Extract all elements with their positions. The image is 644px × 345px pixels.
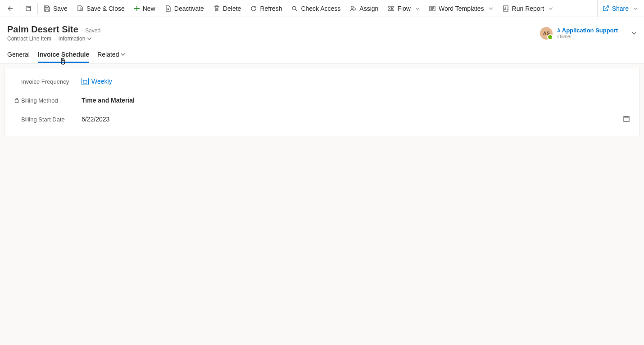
billing-method-value-cell: Time and Material — [82, 97, 617, 104]
share-group: Share — [597, 0, 642, 17]
word-templates-button[interactable]: Word Templates — [424, 0, 498, 17]
page-title: Palm Desert Site — [7, 24, 78, 35]
avatar: AS — [540, 27, 553, 40]
tab-invoice-schedule[interactable]: Invoice Schedule — [38, 45, 89, 63]
main-area: Invoice Frequency Weekly Billing Method — [0, 63, 644, 141]
svg-rect-6 — [624, 116, 629, 121]
save-label: Save — [53, 5, 68, 12]
share-icon — [602, 5, 609, 12]
deactivate-label: Deactivate — [174, 5, 204, 12]
invoice-frequency-value-cell[interactable]: Weekly — [82, 78, 617, 85]
back-arrow-icon — [6, 5, 14, 12]
tab-related-label: Related — [97, 51, 119, 58]
billing-method-label: Billing Method — [21, 97, 58, 104]
trash-icon — [213, 5, 220, 12]
save-close-icon — [77, 5, 84, 12]
owner-block[interactable]: AS # Application Support Owner — [540, 24, 637, 42]
tab-bar: General Invoice Schedule Related — [0, 45, 644, 63]
delete-label: Delete — [223, 5, 241, 12]
billing-start-date-label: Billing Start Date — [21, 116, 65, 123]
breadcrumb-separator: · — [54, 36, 55, 42]
back-button[interactable] — [2, 0, 18, 17]
calendar-icon[interactable] — [623, 115, 630, 124]
check-access-label: Check Access — [301, 5, 340, 12]
svg-point-2 — [351, 6, 354, 8]
form-selector-label: Information — [58, 36, 85, 42]
save-button[interactable]: Save — [39, 0, 72, 17]
billing-start-date-value: 6/22/2023 — [82, 116, 109, 123]
flow-icon — [387, 5, 395, 12]
svg-point-1 — [292, 6, 296, 10]
invoice-frequency-lookup[interactable]: Weekly — [82, 78, 112, 85]
lock-icon — [14, 98, 19, 103]
chevron-down-icon — [87, 36, 91, 41]
assign-label: Assign — [359, 5, 378, 12]
word-icon — [429, 5, 436, 12]
save-close-label: Save & Close — [86, 5, 125, 12]
popout-button[interactable] — [20, 0, 36, 17]
chevron-down-icon — [549, 6, 553, 11]
command-separator — [37, 3, 38, 14]
title-block: Palm Desert Site - Saved Contract Line I… — [7, 24, 100, 42]
form-card: Invoice Frequency Weekly Billing Method — [5, 68, 639, 136]
billing-method-value: Time and Material — [82, 97, 135, 104]
plus-icon — [134, 5, 140, 12]
refresh-label: Refresh — [260, 5, 282, 12]
saved-status: - Saved — [82, 27, 100, 34]
record-header: Palm Desert Site - Saved Contract Line I… — [0, 17, 644, 45]
save-icon — [43, 5, 50, 12]
owner-name: # Application Support — [557, 27, 618, 34]
entity-type-label: Contract Line Item — [7, 36, 51, 42]
deactivate-icon — [164, 5, 172, 12]
share-button[interactable]: Share — [598, 0, 642, 17]
new-button[interactable]: New — [129, 0, 160, 17]
tab-invoice-schedule-label: Invoice Schedule — [38, 51, 89, 58]
chevron-down-icon — [633, 6, 638, 11]
delete-button[interactable]: Delete — [209, 0, 245, 17]
assign-icon — [349, 5, 357, 12]
field-billing-method: Billing Method Time and Material — [14, 91, 630, 110]
field-invoice-frequency: Invoice Frequency Weekly — [14, 72, 630, 91]
chevron-down-icon — [121, 52, 125, 57]
chevron-down-icon — [415, 6, 420, 11]
search-icon — [291, 5, 298, 12]
invoice-frequency-label: Invoice Frequency — [21, 78, 69, 85]
flow-label: Flow — [397, 5, 411, 12]
tab-general-label: General — [7, 51, 30, 58]
tab-general[interactable]: General — [7, 45, 30, 63]
flow-button[interactable]: Flow — [383, 0, 424, 17]
new-label: New — [143, 5, 155, 12]
run-report-label: Run Report — [512, 5, 544, 12]
check-access-button[interactable]: Check Access — [286, 0, 345, 17]
owner-role-label: Owner — [557, 34, 618, 39]
assign-button[interactable]: Assign — [345, 0, 383, 17]
save-close-button[interactable]: Save & Close — [72, 0, 129, 17]
share-label: Share — [612, 5, 629, 12]
command-bar: Save Save & Close New Deactivate Delete … — [0, 0, 644, 17]
chevron-down-icon — [489, 6, 493, 11]
svg-rect-5 — [15, 100, 18, 103]
frequency-icon — [82, 78, 89, 85]
svg-rect-0 — [26, 6, 31, 11]
deactivate-button[interactable]: Deactivate — [160, 0, 209, 17]
command-separator — [19, 3, 19, 14]
report-icon — [502, 5, 509, 12]
refresh-button[interactable]: Refresh — [245, 0, 286, 17]
invoice-frequency-value: Weekly — [91, 78, 112, 85]
field-billing-start-date: Billing Start Date 6/22/2023 — [14, 110, 630, 129]
tab-related[interactable]: Related — [97, 45, 125, 63]
run-report-button[interactable]: Run Report — [498, 0, 558, 17]
chevron-down-icon — [631, 31, 637, 36]
billing-start-date-value-cell[interactable]: 6/22/2023 — [82, 116, 617, 123]
popout-icon — [25, 5, 32, 12]
form-selector[interactable]: Information — [58, 36, 91, 42]
word-templates-label: Word Templates — [439, 5, 484, 12]
refresh-icon — [250, 5, 257, 12]
